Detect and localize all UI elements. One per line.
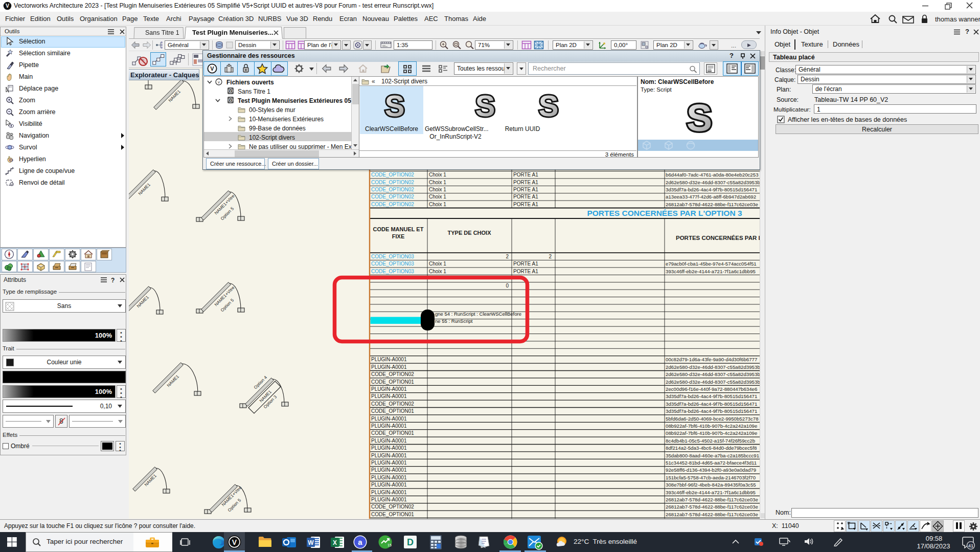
svg-text:a: a [358, 538, 362, 546]
svg-text:PLUGIN-A0001: PLUGIN-A0001 [371, 357, 407, 362]
svg-text:92e58ff6-d136-4394-b2f0-a93e0a: 92e58ff6-d136-4394-b2f0-a93e0a0dad79 [666, 467, 756, 473]
svg-text:CODE_OPTION02: CODE_OPTION02 [371, 180, 414, 185]
svg-text:08b922af-7bf6-410b-907b-4c2a24: 08b922af-7bf6-410b-907b-4c2a242a109e [666, 423, 757, 429]
svg-text:393c46ff-eb2e-4144-a721-7f1a6c: 393c46ff-eb2e-4144-a721-7f1a6c1dbb95 [666, 269, 756, 274]
svg-text:Choix 1: Choix 1 [429, 202, 446, 207]
svg-text:V: V [210, 65, 214, 72]
svg-text:2d62e580-d32e-46dd-8307-c55a82: 2d62e580-d32e-46dd-8307-c55a82d3953b [666, 180, 760, 185]
svg-text:CODE_OPTION01: CODE_OPTION01 [371, 430, 414, 436]
svg-text:PORTE A1: PORTE A1 [513, 180, 538, 185]
svg-text:PLUGIN-A0001: PLUGIN-A0001 [371, 460, 407, 466]
svg-text:26812ab7-578d-4622-88be-f117c6: 26812ab7-578d-4622-88be-f117c62ce03e [666, 497, 758, 502]
svg-text:b6d44af0-7adc-4761-a0da-80e4eb: b6d44af0-7adc-4761-a0da-80e4eb20c253 [666, 172, 759, 178]
svg-text:Choix 1: Choix 1 [429, 261, 446, 267]
svg-text:Choix 1: Choix 1 [429, 187, 446, 192]
svg-text:PORTE A1: PORTE A1 [513, 172, 538, 178]
svg-text:CODE_OPTION01: CODE_OPTION01 [371, 379, 414, 385]
svg-text:PLUGIN-A0001: PLUGIN-A0001 [371, 497, 407, 502]
svg-text:393c46ff-eb2e-4144-a721-7f1a6c: 393c46ff-eb2e-4144-a721-7f1a6c1dbb95 [666, 490, 756, 495]
svg-text:a13eea33-477f-42d6-a8ff-6b947d: a13eea33-477f-42d6-a8ff-6b947d2ab692 [666, 194, 756, 200]
svg-text:PLUGIN-A0001: PLUGIN-A0001 [371, 423, 407, 429]
svg-text:PORTES CONCERNÉES PAR L'OPTION: PORTES CONCERNÉES PAR L'OPTION 3 [587, 209, 742, 217]
svg-text:CODE_OPTION01: CODE_OPTION01 [371, 512, 414, 517]
svg-text:26812ab7-578d-4622-88be-f117c6: 26812ab7-578d-4622-88be-f117c62ce03e [666, 202, 758, 207]
svg-text:S: S [539, 89, 559, 122]
svg-text:41: 41 [968, 543, 974, 548]
svg-text:51c34452-81bd-4d65-aa72-bfaece: 51c34452-81bd-4d65-aa72-bfaece4f3d11 [666, 460, 757, 466]
svg-text:FIXE: FIXE [392, 233, 404, 239]
svg-text:CODE_OPTION02: CODE_OPTION02 [371, 401, 414, 407]
svg-text:CODE_OPTION02: CODE_OPTION02 [371, 194, 414, 200]
svg-text:PLUGIN-A0001: PLUGIN-A0001 [371, 438, 407, 444]
svg-text:26812ab7-578d-4622-88be-f117c6: 26812ab7-578d-4622-88be-f117c62ce03e [666, 512, 758, 517]
svg-text:5bfd6da6-2d50-4069-bce2-9950b5: 5bfd6da6-2d50-4069-bce2-9950b5273c78 [666, 416, 759, 422]
svg-text:PLUGIN-A0001: PLUGIN-A0001 [371, 490, 407, 495]
svg-text:3d35df7a-bd26-4ac4-9f7b-80515d: 3d35df7a-bd26-4ac4-9f7b-80515d156471 [666, 393, 757, 399]
svg-text:CODE_OPTION03: CODE_OPTION03 [371, 269, 414, 274]
svg-text:X: X [333, 539, 337, 546]
svg-text:ne 55 : RunScript: ne 55 : RunScript [435, 318, 473, 324]
svg-text:CODE MANUEL ET: CODE MANUEL ET [373, 226, 424, 232]
svg-text:S: S [687, 96, 712, 139]
svg-text:CODE_OPTION02: CODE_OPTION02 [371, 371, 414, 377]
svg-text:v: v [218, 80, 220, 84]
svg-text:PORTE A1: PORTE A1 [513, 187, 538, 192]
svg-text:PORTE A1: PORTE A1 [513, 202, 538, 207]
svg-text:V: V [230, 98, 232, 102]
svg-text:2: 2 [506, 254, 509, 259]
svg-text:PLUGIN-A0001: PLUGIN-A0001 [371, 475, 407, 480]
svg-text:e79acb0f-cba1-45be-97e4-574acc: e79acb0f-cba1-45be-97e4-574acc054f51 [666, 261, 757, 267]
svg-text:CODE_OPTION01: CODE_OPTION01 [371, 408, 414, 414]
svg-text:CODE_OPTION03: CODE_OPTION03 [371, 261, 414, 267]
svg-text:CODE_OPTION02: CODE_OPTION02 [371, 187, 414, 192]
svg-text:PLUGIN-A0001: PLUGIN-A0001 [371, 445, 407, 451]
svg-text:35dab800-8aad-460e-a7ba-c2a185: 35dab800-8aad-460e-a7ba-c2a185bccc91 [666, 453, 759, 458]
svg-text:08b922af-7bf6-410b-907b-4c2a24: 08b922af-7bf6-410b-907b-4c2a242a109e [666, 430, 757, 436]
svg-text:2d62e580-d32e-46dd-8307-c55a82: 2d62e580-d32e-46dd-8307-c55a82d3953b [666, 364, 760, 370]
svg-text:3d35df7a-bd26-4ac4-9f7b-80515d: 3d35df7a-bd26-4ac4-9f7b-80515d156471 [666, 187, 757, 192]
svg-text:PLUGIN-A0001: PLUGIN-A0001 [371, 453, 407, 458]
svg-text:Choix 1: Choix 1 [429, 172, 446, 178]
svg-text:CODE_OPTION02: CODE_OPTION02 [371, 172, 414, 178]
svg-text:00c82d79-1d6a-43fe-9a90-d4d30f: 00c82d79-1d6a-43fe-9a90-d4d30f6b6777 [666, 357, 757, 362]
svg-text:CODE_OPTION03: CODE_OPTION03 [371, 254, 414, 259]
svg-text:gne 54 : RunScript : ClearWSCe: gne 54 : RunScript : ClearWSCellBefore [435, 311, 521, 317]
svg-text:Choix 1: Choix 1 [429, 180, 446, 185]
svg-text:8df214a2-5da3-4bc6-84d0-dde79b: 8df214a2-5da3-4bc6-84d0-dde79bcec5f8 [666, 445, 757, 451]
svg-text:S: S [385, 89, 405, 122]
svg-text:2d62e580-d32e-46dd-8307-c55a82: 2d62e580-d32e-46dd-8307-c55a82d3953b [666, 371, 760, 377]
svg-text:W: W [308, 539, 314, 546]
svg-text:PORTES CONCERNÉES PAR L'O: PORTES CONCERNÉES PAR L'O [676, 235, 760, 241]
svg-text:2ec00d96-f16e-440f-9a72-880447: 2ec00d96-f16e-440f-9a72-880447b634e6 [666, 386, 757, 392]
svg-text:S: S [475, 89, 495, 122]
svg-text:PORTE A1: PORTE A1 [513, 261, 538, 267]
svg-text:?: ? [111, 277, 115, 283]
svg-text:PLUGIN-A0001: PLUGIN-A0001 [371, 416, 407, 422]
svg-text:26812ab7-578d-4622-88be-f117c6: 26812ab7-578d-4622-88be-f117c62ce03e [666, 504, 758, 510]
svg-text:151bcfa5-5758-47cb-aeda-214670: 151bcfa5-5758-47cb-aeda-2146703f2f70 [666, 475, 756, 480]
svg-text:2d62e580-d32e-46dd-8307-c55a82: 2d62e580-d32e-46dd-8307-c55a82d3953b [666, 379, 760, 385]
svg-text:V: V [6, 3, 9, 9]
svg-text:PLUGIN-A0001: PLUGIN-A0001 [371, 467, 407, 473]
svg-text:PORTE A1: PORTE A1 [513, 194, 538, 200]
svg-text:PLUGIN-A0001: PLUGIN-A0001 [371, 386, 407, 392]
svg-text:TYPE DE CHOIX: TYPE DE CHOIX [448, 230, 492, 236]
svg-text:Choix 1: Choix 1 [429, 269, 446, 274]
svg-text:3d35df7a-bd26-4ac4-9f7b-80515d: 3d35df7a-bd26-4ac4-9f7b-80515d156471 [666, 408, 757, 414]
svg-text:PLUGIN-A0001: PLUGIN-A0001 [371, 364, 407, 370]
svg-text:PLUGIN-A0001: PLUGIN-A0001 [371, 393, 407, 399]
svg-text:308e7bbf-96f2-4beb-842a-89435f: 308e7bbf-96f2-4beb-842a-89435f0a3c55 [666, 482, 756, 488]
svg-text:CODE_OPTION02: CODE_OPTION02 [371, 504, 414, 510]
svg-text:V: V [232, 538, 237, 546]
svg-text:V: V [230, 89, 232, 93]
svg-text:CODE_OPTION02: CODE_OPTION02 [371, 202, 414, 207]
svg-text:3d35df7a-bd26-4ac4-9f7b-80515d: 3d35df7a-bd26-4ac4-9f7b-80515d156471 [666, 401, 757, 407]
svg-text:0: 0 [506, 283, 509, 289]
svg-text:D: D [407, 537, 414, 547]
svg-text:PORTE A1: PORTE A1 [513, 269, 538, 274]
svg-text:Choix 1: Choix 1 [429, 194, 446, 200]
svg-text:15: 15 [388, 543, 392, 547]
svg-text:PLUGIN-A0001: PLUGIN-A0001 [371, 482, 407, 488]
svg-text:8c4db4b1-05c5-4502-a15f-74f26f: 8c4db4b1-05c5-4502-a15f-74f26f59cc2b [666, 438, 755, 444]
svg-text:2: 2 [549, 254, 552, 259]
